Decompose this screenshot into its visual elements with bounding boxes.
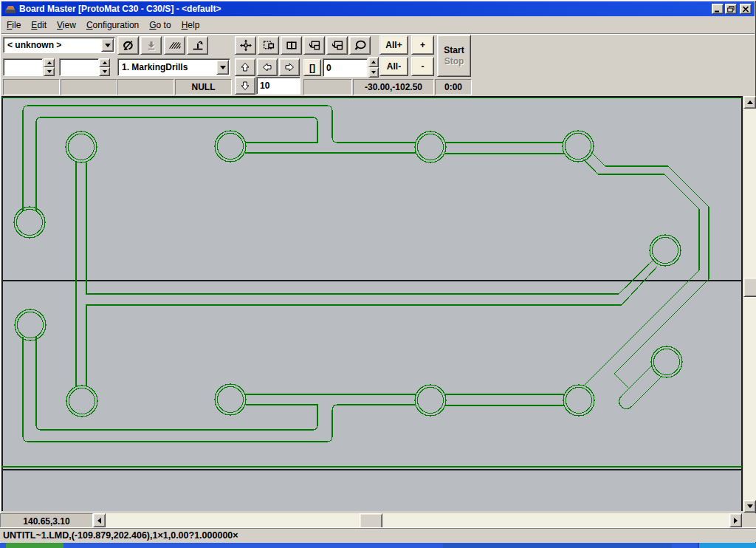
- pcb-pad: [418, 388, 444, 414]
- pcb-pad: [14, 207, 45, 238]
- pcb-pad: [66, 386, 97, 417]
- y-coordinate-spinner[interactable]: [99, 58, 110, 76]
- arrow-down-button[interactable]: [235, 77, 255, 95]
- start-label: Start: [444, 45, 464, 56]
- close-button[interactable]: [740, 4, 752, 14]
- scroll-right-arrow[interactable]: [729, 513, 742, 527]
- minus-button[interactable]: -: [411, 57, 434, 76]
- tool-combo-arrow[interactable]: [101, 38, 114, 52]
- menu-item-edit[interactable]: Edit: [26, 18, 52, 32]
- pcb-pad: [654, 349, 680, 375]
- plus-button[interactable]: +: [411, 35, 434, 55]
- pcb-pad: [566, 134, 591, 160]
- pcb-pad: [566, 388, 592, 414]
- repeat-count-spinner[interactable]: [368, 57, 379, 78]
- menu-item-help[interactable]: Help: [176, 18, 205, 32]
- menu-item-configuration[interactable]: Configuration: [81, 18, 144, 32]
- restore-button[interactable]: [725, 4, 737, 14]
- y-coordinate-field[interactable]: [59, 58, 99, 76]
- pcb-pad: [215, 131, 246, 162]
- repeat-count-field[interactable]: 0: [323, 58, 368, 77]
- arrow-left-button[interactable]: [257, 58, 278, 76]
- app-icon: [4, 3, 16, 15]
- horizontal-scroll-thumb[interactable]: [360, 513, 382, 529]
- pcb-canvas[interactable]: [1, 96, 743, 511]
- menu-item-view[interactable]: View: [52, 18, 81, 32]
- status-bar: UNTITL~1.LMD,(-109.879,202.406),1×1,0.00…: [0, 527, 756, 542]
- pcb-pad: [218, 134, 244, 160]
- milling-area-button[interactable]: [164, 36, 185, 55]
- toolbar: < unknown >: [1, 34, 755, 96]
- frame-select-button[interactable]: [258, 36, 279, 55]
- arrow-up-button[interactable]: [235, 58, 255, 76]
- pcb-pad: [69, 388, 95, 414]
- stop-label: Stop: [444, 56, 464, 67]
- pcb-pad: [218, 387, 244, 413]
- status-cell-4: [303, 79, 352, 95]
- tool-combo-value: < unknown >: [4, 38, 100, 52]
- status-cell-2: [61, 79, 117, 95]
- split-view-button[interactable]: [281, 36, 302, 55]
- all-minus-button[interactable]: All-: [379, 57, 408, 76]
- system-tray: [698, 543, 756, 548]
- pcb-pad: [418, 134, 444, 160]
- pcb-pad: [415, 385, 446, 416]
- scroll-down-arrow[interactable]: [743, 500, 756, 513]
- menu-bar: FileEditViewConfigurationGo toHelp: [1, 16, 755, 35]
- taskbar: [0, 543, 756, 548]
- pcb-trace: [86, 162, 654, 294]
- pcb-pad: [69, 134, 94, 160]
- all-plus-button[interactable]: All+: [379, 35, 408, 55]
- pcb-pad: [563, 385, 594, 416]
- tool-combo[interactable]: < unknown >: [3, 37, 115, 53]
- pcb-pad: [563, 131, 594, 162]
- preview-zoom-button[interactable]: [349, 36, 371, 55]
- pcb-pad: [18, 312, 44, 338]
- pcb-trace: [86, 267, 657, 386]
- scroll-up-arrow[interactable]: [743, 96, 756, 109]
- head-position-readout: -30.00,-102.50: [353, 79, 434, 95]
- pcb-pad: [653, 238, 678, 264]
- elapsed-time-readout: 0:00: [435, 79, 472, 95]
- tool-status-cell: NULL: [175, 79, 232, 95]
- cursor-position-readout: 140.65,3.10: [0, 513, 93, 529]
- tool-deposit-button-disabled[interactable]: [140, 36, 162, 55]
- title-bar: Board Master [ProtoMat C30 - C30/S] - <d…: [1, 1, 755, 16]
- step-size-field[interactable]: 10: [256, 77, 300, 95]
- start-stop-button[interactable]: Start Stop: [437, 35, 471, 77]
- move-view-button[interactable]: [235, 36, 256, 55]
- pcb-pad: [15, 309, 46, 340]
- scrollbar-corner: [743, 513, 756, 527]
- x-coordinate-spinner[interactable]: [44, 58, 55, 76]
- menu-item-go-to[interactable]: Go to: [144, 18, 176, 32]
- vertical-scroll-thumb[interactable]: [743, 278, 756, 297]
- pcb-pad: [17, 210, 43, 236]
- pcb-trace: [583, 158, 699, 385]
- status-cell-1: [3, 79, 60, 95]
- pcb-pad: [651, 346, 682, 377]
- taskbar-task-button[interactable]: [443, 544, 672, 548]
- window-title: Board Master [ProtoMat C30 - C30/S] - <d…: [19, 4, 221, 14]
- window-copy-alt-button[interactable]: [326, 36, 348, 55]
- production-phase-arrow[interactable]: [216, 60, 229, 75]
- pcb-pad: [66, 131, 97, 162]
- file-info-text: UNTITL~1.LMD,(-109.879,202.406),1×1,0.00…: [3, 530, 238, 541]
- x-coordinate-field[interactable]: [3, 58, 43, 76]
- vertical-scrollbar[interactable]: [743, 96, 756, 513]
- scroll-left-arrow[interactable]: [93, 513, 106, 527]
- horizontal-scrollbar[interactable]: [106, 513, 729, 527]
- tool-change-button[interactable]: [117, 36, 139, 55]
- pcb-trace: [589, 150, 709, 388]
- app-window: Board Master [ProtoMat C30 - C30/S] - <d…: [0, 0, 756, 548]
- minimize-button[interactable]: [712, 4, 724, 14]
- bracket-select-button[interactable]: []: [303, 59, 321, 76]
- status-cell-3: [117, 79, 174, 95]
- start-menu-button[interactable]: [6, 543, 63, 548]
- pcb-pad: [415, 131, 446, 162]
- arrow-right-button[interactable]: [279, 58, 300, 76]
- window-copy-button[interactable]: [303, 36, 325, 55]
- move-head-home-button[interactable]: [187, 36, 208, 55]
- pcb-pad: [650, 235, 681, 266]
- menu-item-file[interactable]: File: [1, 18, 26, 32]
- production-phase-combo[interactable]: 1. MarkingDrills: [117, 58, 230, 76]
